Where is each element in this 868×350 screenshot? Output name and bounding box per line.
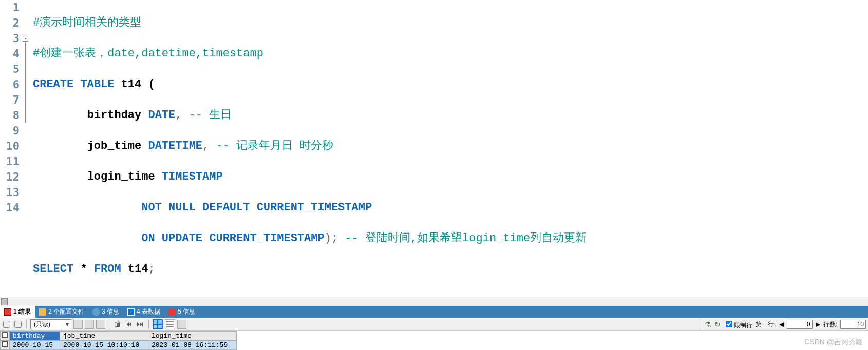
prev-page-icon[interactable]: ◀ (779, 321, 784, 328)
tab-config[interactable]: 2 个配置文件 (35, 306, 88, 318)
line-number: 12 (0, 169, 20, 185)
tab-tabledata[interactable]: 4 表数据 (123, 306, 164, 318)
export-icon[interactable] (2, 320, 11, 329)
tab-messages[interactable]: 5 信息 (164, 306, 199, 318)
kw-update: UPDATE (162, 232, 202, 245)
line-number: 13 (0, 185, 20, 200)
last-icon[interactable]: ⏭ (136, 320, 145, 329)
limit-rows-check[interactable] (726, 321, 732, 327)
paren-open: ( (148, 78, 155, 91)
code-area[interactable]: #演示时间相关的类型 #创建一张表，date,datetime,timestam… (30, 0, 868, 297)
next-page-icon[interactable]: ▶ (816, 321, 820, 328)
ident-t14: t14 (128, 263, 148, 276)
kw-table: TABLE (80, 78, 114, 91)
kw-select: SELECT (33, 263, 73, 276)
filter-icon[interactable]: ⚗ (705, 320, 711, 328)
kw-from: FROM (94, 263, 121, 276)
line-number: 3 (0, 31, 20, 46)
import-icon[interactable] (13, 320, 23, 329)
line-number: 7 (0, 92, 20, 108)
tab-label: 1 结果 (13, 307, 31, 316)
checkbox-icon[interactable] (2, 332, 8, 338)
watermark: CSDN @吉冈秀隆 (804, 338, 863, 347)
column-header-logintime[interactable]: login_time (148, 332, 237, 341)
separator (26, 319, 27, 329)
row-select-cell[interactable] (1, 341, 10, 350)
kw-current-ts: CURRENT_TIMESTAMP (209, 232, 324, 245)
line-number: 1 (0, 0, 20, 15)
comment: -- 记录年月日 时分秒 (216, 140, 333, 152)
line-number: 10 (0, 139, 20, 154)
line-number: 9 (0, 123, 20, 139)
firstrow-label: 第一行: (756, 320, 776, 329)
table-icon (127, 308, 135, 316)
select-all-cell[interactable] (1, 332, 10, 341)
col-logintime: login_time (87, 170, 155, 183)
limit-label: 限制行 (734, 322, 752, 329)
rowcount-label: 行数: (823, 320, 837, 329)
semi: ; (148, 263, 155, 276)
rowcount-input[interactable] (840, 320, 866, 329)
form-view-icon[interactable] (165, 319, 175, 329)
horizontal-scrollbar[interactable] (0, 297, 868, 306)
result-grid[interactable]: birthday job_time login_time 2000-10-15 … (0, 331, 868, 350)
table-row[interactable]: 2000-10-15 2000-10-15 10:10:10 2023-01-0… (1, 341, 237, 350)
comma: , (175, 109, 182, 122)
first-icon[interactable]: ⏮ (124, 320, 134, 329)
edit-mode-combo[interactable]: (只读) (30, 319, 71, 329)
info-icon: i (92, 308, 100, 316)
tool-button[interactable] (96, 320, 105, 329)
clause-notnull-default: NOT NULL DEFAULT CURRENT_TIMESTAMP (141, 201, 372, 214)
refresh-icon[interactable]: ↻ (714, 320, 721, 328)
separator (148, 319, 149, 329)
separator (109, 319, 109, 329)
checkbox-icon[interactable] (2, 341, 8, 347)
result-tabs: 1 结果 2 个配置文件 i 3 信息 4 表数据 5 信息 (0, 306, 868, 318)
comment: #创建一张表，date,datetime,timestamp (33, 47, 263, 60)
line-number: 6 (0, 77, 20, 92)
kw-create: CREATE (33, 78, 73, 91)
combo-value: (只读) (34, 320, 50, 329)
ident-t14: t14 (121, 78, 142, 91)
limit-rows-checkbox[interactable]: 限制行 (724, 319, 752, 330)
tab-label: 2 个配置文件 (48, 307, 84, 316)
cell-jobtime[interactable]: 2000-10-15 10:10:10 (60, 341, 148, 350)
tab-info[interactable]: i 3 信息 (88, 306, 123, 318)
comma: , (202, 140, 209, 152)
scrollbar-thumb[interactable] (1, 298, 8, 305)
line-number: 11 (0, 154, 20, 169)
separator (700, 319, 700, 329)
comment: -- 登陆时间,如果希望login_time列自动更新 (345, 232, 587, 245)
tab-result[interactable]: 1 结果 (0, 306, 35, 318)
delete-icon[interactable]: 🗑 (113, 320, 122, 329)
grid-view-icon[interactable] (153, 319, 163, 329)
line-number: 4 (0, 46, 20, 62)
kw-on: ON (141, 232, 155, 245)
fold-column[interactable]: - (23, 0, 30, 297)
fold-guide-line (25, 42, 26, 123)
tool-button[interactable] (73, 320, 83, 329)
fold-toggle-icon[interactable]: - (23, 36, 28, 42)
tab-label: 4 表数据 (137, 307, 160, 316)
col-birthday: birthday (87, 109, 142, 122)
line-number-gutter: 1 2 3 4 5 6 7 8 9 10 11 12 13 14 (0, 0, 23, 297)
column-header-birthday[interactable]: birthday (10, 332, 60, 341)
line-number: 8 (0, 108, 20, 123)
tool-button[interactable] (85, 320, 94, 329)
config-icon (39, 308, 46, 316)
result-icon (4, 308, 11, 316)
col-jobtime: job_time (87, 140, 142, 152)
line-number: 2 (0, 15, 20, 31)
cell-logintime[interactable]: 2023-01-08 16:11:59 (148, 341, 237, 350)
star: * (80, 263, 87, 276)
code-editor[interactable]: 1 2 3 4 5 6 7 8 9 10 11 12 13 14 - #演示时间… (0, 0, 868, 297)
type-datetime: DATETIME (148, 140, 202, 152)
column-header-jobtime[interactable]: job_time (60, 332, 148, 341)
type-date: DATE (148, 109, 175, 122)
cell-birthday[interactable]: 2000-10-15 (10, 341, 60, 350)
firstrow-input[interactable] (787, 320, 813, 329)
header-row: birthday job_time login_time (1, 332, 237, 341)
type-timestamp: TIMESTAMP (162, 170, 223, 183)
message-icon (168, 309, 176, 316)
text-view-icon[interactable] (177, 320, 186, 329)
